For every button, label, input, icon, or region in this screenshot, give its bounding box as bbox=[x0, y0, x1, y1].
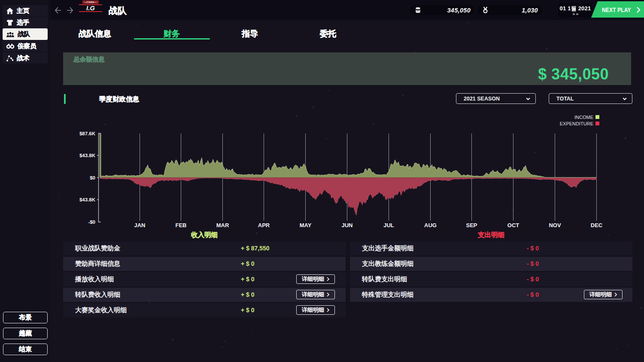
svg-text:OCT: OCT bbox=[507, 222, 519, 228]
svg-text:APR: APR bbox=[258, 222, 270, 228]
svg-text:SEP: SEP bbox=[466, 222, 477, 228]
svg-text:$0: $0 bbox=[90, 175, 95, 180]
svg-text:MAY: MAY bbox=[300, 222, 312, 228]
svg-text:$43.8K: $43.8K bbox=[79, 197, 96, 202]
svg-text:-$0: -$0 bbox=[88, 219, 95, 225]
svg-text:JUL: JUL bbox=[383, 222, 394, 228]
svg-text:DEC: DEC bbox=[591, 222, 603, 228]
svg-text:JAN: JAN bbox=[134, 222, 145, 228]
svg-text:$87.6K: $87.6K bbox=[79, 131, 96, 136]
svg-text:MAR: MAR bbox=[216, 222, 229, 228]
svg-text:JUN: JUN bbox=[341, 222, 352, 228]
svg-text:FEB: FEB bbox=[176, 222, 187, 228]
svg-text:AUG: AUG bbox=[424, 222, 437, 228]
svg-text:NOV: NOV bbox=[549, 222, 561, 228]
svg-text:$43.8K: $43.8K bbox=[79, 153, 96, 158]
